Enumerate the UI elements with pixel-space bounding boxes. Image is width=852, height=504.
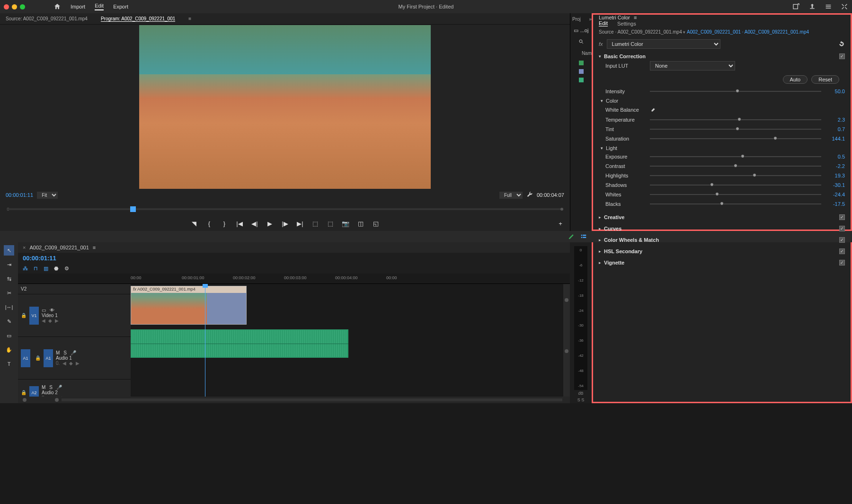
whites-value[interactable]: -24.4 [826,192,845,197]
contrast-value[interactable]: -2.2 [826,163,845,169]
go-to-in-icon[interactable]: |◀ [236,220,243,227]
label-swatch-teal[interactable] [579,78,584,82]
blacks-value[interactable]: -17.5 [826,201,845,207]
menu-import[interactable]: Import [71,4,85,9]
settings-icon[interactable]: ⚙ [64,265,69,272]
track-lock-icon[interactable]: 🔒 [35,355,41,361]
input-lut-select[interactable]: None [650,61,735,71]
color-subsection[interactable]: ▾Color [599,96,845,105]
program-timecode-in[interactable]: 00:00:01:11 [6,192,33,198]
program-scrub-bar[interactable] [0,201,570,216]
timeline-timecode[interactable]: 00:00:01:11 [23,255,56,262]
sequence-tab[interactable]: A002_C009_092221_001 [29,245,89,250]
maximize-window-icon[interactable] [20,4,25,9]
panel-menu-icon[interactable]: ≡ [634,15,637,20]
shadows-slider[interactable] [650,185,821,186]
lumetri-clip-link[interactable]: A002_C009_092221_001.mp4 [745,29,809,35]
track-solo-icon[interactable]: S [49,385,53,390]
timeline-vertical-scrollbar[interactable] [563,284,570,397]
menu-edit[interactable]: Edit [95,3,104,10]
project-panel-collapsed[interactable]: Proj» ▭...oj Nam [570,13,592,231]
vignette-checkbox[interactable]: ✓ [839,260,845,265]
share-icon[interactable] [808,3,816,10]
track-select-tool-icon[interactable]: ⇥ [4,259,14,270]
search-icon[interactable] [578,39,584,44]
intensity-value[interactable]: 50.0 [826,88,845,94]
step-back-icon[interactable]: ◀| [251,220,258,227]
window-controls[interactable] [4,4,25,9]
exposure-value[interactable]: 0.5 [826,154,845,159]
saturation-slider[interactable] [650,138,821,139]
button-editor-icon[interactable]: + [557,220,564,227]
shadows-value[interactable]: -30.1 [826,182,845,188]
timeline-zoom-handle[interactable] [55,398,59,402]
exposure-slider[interactable] [650,156,821,157]
highlights-value[interactable]: 19.3 [826,173,845,178]
source-monitor-tab[interactable]: Source: A002_C009_092221_001.mp4 [6,16,88,21]
section-creative[interactable]: ▸Creative✓ [599,214,845,220]
track-solo-icon[interactable]: S [63,350,67,355]
track-lock-icon[interactable]: 🔒 [21,390,27,395]
track-lock-icon[interactable]: 🔒 [21,313,27,318]
track-output-icon[interactable]: ▭ [42,308,46,313]
ripple-edit-tool-icon[interactable]: ⇆ [4,274,14,284]
timeline-zoom-out-icon[interactable] [23,398,27,402]
meter-solo-label[interactable]: S S [577,397,586,403]
snap-icon[interactable]: ⊓ [34,265,38,272]
home-icon[interactable] [53,3,61,10]
sequence-menu-icon[interactable]: ≡ [93,245,96,250]
timeline-ruler[interactable]: 00:00 00:00:01:00 00:00:02:00 00:00:03:0… [131,274,570,283]
extract-icon[interactable]: ⬚ [327,220,334,227]
workspace-menu-icon[interactable] [825,3,832,10]
section-basic-correction[interactable]: ▾ Basic Correction ✓ [599,53,845,59]
timeline-track-area[interactable]: fx A002_C009_092221_001.mp4 [131,284,563,397]
reset-effect-icon[interactable] [838,41,845,47]
track-voice-icon[interactable]: 🎤 [56,385,62,390]
pen-tool-icon[interactable]: ✎ [4,316,14,327]
creative-checkbox[interactable]: ✓ [839,214,845,220]
playhead-handle[interactable] [130,206,136,212]
track-mute-icon[interactable]: M [56,350,60,355]
mark-clip-icon[interactable]: } [221,220,228,227]
resolution-select[interactable]: Full [499,192,523,199]
fullscreen-icon[interactable] [841,3,848,10]
track-v2-label[interactable]: V2 [21,286,27,292]
close-window-icon[interactable] [4,4,9,9]
project-tab-label[interactable]: Proj [572,17,581,22]
video-clip[interactable]: fx A002_C009_092221_001.mp4 [131,286,247,325]
track-visibility-icon[interactable]: 👁 [50,308,54,313]
bin-icon[interactable]: ▭ [574,27,578,34]
curves-checkbox[interactable]: ✓ [839,226,845,231]
eyedropper-icon[interactable] [650,106,657,113]
section-color-wheels[interactable]: ▸Color Wheels & Match✓ [599,237,845,243]
lumetri-tab-edit[interactable]: Edit [599,20,608,27]
program-monitor-preview[interactable] [139,25,431,189]
hsl-checkbox[interactable]: ✓ [839,248,845,254]
track-v1-target[interactable]: V1 [29,307,39,325]
wrench-icon[interactable] [526,192,533,198]
wheels-checkbox[interactable]: ✓ [839,237,845,243]
program-monitor-tab[interactable]: Program: A002_C009_092221_001 [101,16,175,22]
temperature-value[interactable]: 2.3 [826,117,845,123]
effect-name-select[interactable]: Lumetri Color [607,39,720,49]
comparison-view-icon[interactable]: ◫ [357,220,364,227]
basic-correction-checkbox[interactable]: ✓ [839,53,845,59]
intensity-slider[interactable] [650,91,821,92]
linked-selection-icon[interactable]: ▥ [44,265,48,272]
highlights-slider[interactable] [650,175,821,176]
marker-icon[interactable]: ⬣ [54,265,59,272]
razor-tool-icon[interactable]: ✂ [4,288,14,298]
pen-tool-icon[interactable] [568,233,575,240]
play-icon[interactable]: ▶ [266,220,274,227]
audio-clip-a1[interactable] [131,329,348,358]
track-a1-target[interactable]: A1 [44,349,53,367]
step-forward-icon[interactable]: |▶ [281,220,289,227]
mark-in-icon[interactable]: ◥ [190,220,198,227]
label-swatch-blue[interactable] [579,69,584,74]
quick-export-icon[interactable] [792,3,800,10]
list-view-icon[interactable] [580,233,587,240]
go-to-out-icon[interactable]: ▶| [296,220,304,227]
track-voice-icon[interactable]: 🎤 [71,350,76,355]
timeline-horizontal-scrollbar[interactable] [62,398,562,401]
lumetri-sequence-link[interactable]: A002_C009_092221_001 [687,29,741,35]
